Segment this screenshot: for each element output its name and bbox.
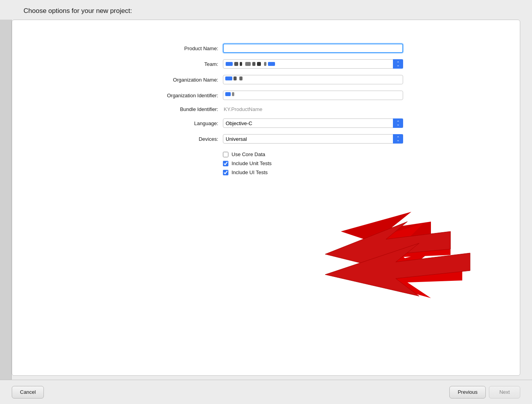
window: ⊞ ⊡ Choose options for your new project:… [0, 0, 532, 404]
language-select-value[interactable]: Objective-C [223, 118, 403, 128]
org-identifier-label: Organization Identifier: [129, 93, 223, 98]
org-name-row: Organization Name: [129, 75, 403, 84]
cancel-button[interactable]: Cancel [12, 386, 44, 399]
include-unit-tests-row: Include Unit Tests [223, 160, 403, 166]
include-unit-tests-checkbox[interactable] [223, 161, 228, 166]
include-unit-tests-label[interactable]: Include Unit Tests [232, 160, 271, 166]
org-identifier-row: Organization Identifier: [129, 91, 403, 100]
language-row: Language: Objective-C [129, 118, 403, 128]
include-ui-tests-row: Include UI Tests [223, 169, 403, 175]
svg-marker-2 [345, 251, 462, 298]
product-name-label: Product Name: [129, 45, 223, 51]
org-name-input[interactable] [223, 75, 403, 84]
bottom-bar: Cancel Previous Next [0, 380, 532, 404]
product-name-input[interactable] [223, 44, 403, 53]
org-name-label: Organization Name: [129, 77, 223, 83]
bundle-identifier-label: Bundle Identifier: [129, 106, 223, 112]
devices-label: Devices: [129, 136, 223, 142]
devices-value-text: Universal [226, 136, 247, 142]
include-ui-tests-checkbox[interactable] [223, 170, 228, 175]
devices-select-value[interactable]: Universal [223, 134, 403, 144]
org-name-input-container [223, 75, 403, 84]
content-area: Product Name: Team: [12, 20, 520, 376]
arrow-unit-tests [341, 212, 451, 275]
org-identifier-input[interactable] [223, 91, 403, 100]
checkbox-section: Use Core Data Include Unit Tests Include… [223, 151, 403, 175]
team-redacted [226, 62, 275, 66]
use-core-data-checkbox[interactable] [223, 152, 228, 157]
use-core-data-row: Use Core Data [223, 151, 403, 157]
team-row: Team: [129, 59, 403, 69]
devices-select-container: Universal [223, 134, 403, 144]
page-title: Choose options for your new project: [24, 7, 132, 15]
nav-buttons: Previous Next [449, 386, 520, 399]
org-identifier-input-container [223, 91, 403, 100]
language-select-container: Objective-C [223, 118, 403, 128]
product-name-row: Product Name: [129, 44, 403, 53]
arrow-ui-tests [345, 251, 462, 298]
svg-marker-1 [345, 224, 451, 275]
include-ui-tests-label[interactable]: Include UI Tests [232, 169, 268, 175]
main-content: Choose options for your new project: Pro… [0, 0, 532, 404]
next-button[interactable]: Next [489, 386, 520, 399]
previous-button[interactable]: Previous [449, 386, 486, 399]
page-header: Choose options for your new project: [0, 0, 532, 20]
team-label: Team: [129, 61, 223, 67]
bundle-identifier-row: Bundle Identifier: KY.ProductName [129, 106, 403, 112]
bundle-identifier-value: KY.ProductName [223, 106, 403, 112]
svg-marker-0 [341, 212, 431, 255]
devices-row: Devices: Universal [129, 134, 403, 144]
form-container: Product Name: Team: [129, 44, 403, 175]
team-select-value[interactable] [223, 59, 403, 69]
team-select-container [223, 59, 403, 69]
language-label: Language: [129, 120, 223, 126]
language-value-text: Objective-C [226, 120, 252, 126]
use-core-data-label[interactable]: Use Core Data [232, 151, 265, 157]
